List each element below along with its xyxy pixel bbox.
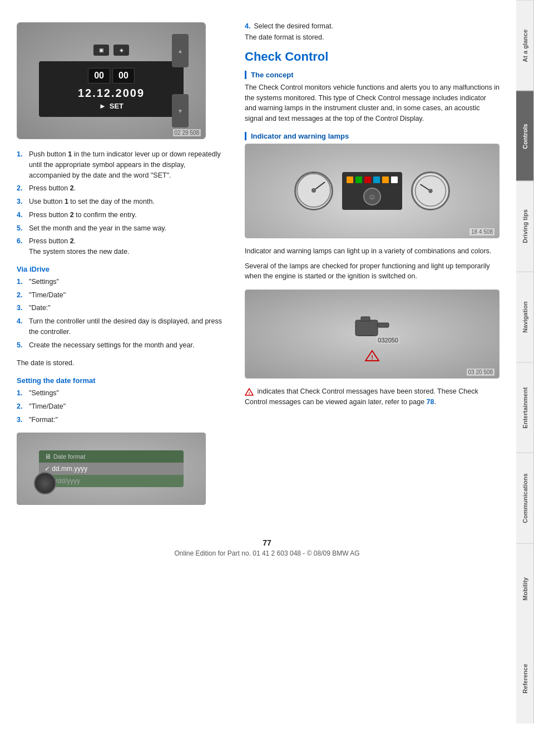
via-step-2: 2. "Time/Date" <box>17 290 228 301</box>
date-format-title: 🖥 Date format <box>39 450 184 463</box>
warning-text: ! indicates that Check Control messages … <box>245 386 500 408</box>
date-stored-note: The date is stored. <box>17 358 228 369</box>
step-1: 1. Push button 1 in the turn indicator l… <box>17 149 228 180</box>
date-format-image: 🖥 Date format ✓ dd.mm.yyyy mm/dd/yyyy <box>17 433 206 505</box>
step-3: 3. Use button 1 to set the day of the mo… <box>17 197 228 207</box>
warning-image: 032050 ! 03 20 508 <box>245 289 500 379</box>
date-format-stored: The date format is stored. <box>245 32 500 43</box>
via-idrive-heading: Via iDrive <box>17 265 228 273</box>
date-format-heading: Setting the date format <box>17 376 228 385</box>
concept-text: The Check Control monitors vehicle funct… <box>245 82 500 124</box>
fmt-step-1: 1. "Settings" <box>17 388 228 399</box>
svg-rect-4 <box>355 320 378 336</box>
step-5: 5. Set the month and the year in the sam… <box>17 223 228 234</box>
check-control-title: Check Control <box>245 47 500 64</box>
step4-detail: Select the desired format. <box>254 22 333 30</box>
svg-point-3 <box>428 189 432 193</box>
sidebar-tab-mobility[interactable]: Mobility <box>516 543 534 634</box>
device-image: ▣ ◈ 00 00 12.12.2009 ► <box>17 22 206 139</box>
fmt-step-2: 2. "Time/Date" <box>17 401 228 412</box>
step-4: 4. Press button 2 to confirm the entry. <box>17 210 228 220</box>
concept-heading: The concept <box>251 71 500 79</box>
concept-section: The concept <box>245 71 500 79</box>
step-6: 6. Press button 2.The system stores the … <box>17 236 228 257</box>
sidebar-tab-navigation[interactable]: Navigation <box>516 272 534 362</box>
date-format-dd-mm: ✓ dd.mm.yyyy <box>39 463 184 475</box>
date-format-screen: 🖥 Date format ✓ dd.mm.yyyy mm/dd/yyyy <box>39 450 184 487</box>
left-column: ▣ ◈ 00 00 12.12.2009 ► <box>17 22 228 505</box>
sidebar-tab-at-a-glance[interactable]: At a glance <box>516 0 534 91</box>
photo-ref-warning: 03 20 508 <box>467 369 495 376</box>
via-step-4: 4. Turn the controller until the desired… <box>17 316 228 337</box>
warning-page-ref[interactable]: 78 <box>427 398 434 406</box>
right-column: 4. Select the desired format. The date f… <box>245 22 500 505</box>
sidebar-tab-communications[interactable]: Communications <box>516 453 534 543</box>
page-number: 77 <box>0 538 534 547</box>
sidebar-tab-driving-tips[interactable]: Driving tips <box>516 181 534 272</box>
photo-ref-device: 02 29 508 <box>173 129 201 136</box>
svg-rect-5 <box>378 323 389 327</box>
instrument-image: ☺ 18 4 508 <box>245 144 500 238</box>
via-idrive-steps: 1. "Settings" 2. "Time/Date" 3. "Date:" … <box>17 277 228 351</box>
steps-main: 1. Push button 1 in the turn indicator l… <box>17 149 228 257</box>
sidebar-tab-entertainment[interactable]: Entertainment <box>516 362 534 453</box>
idrive-screen: 00 00 12.12.2009 ► SET <box>39 61 184 117</box>
photo-ref-instrument: 18 4 508 <box>469 228 495 235</box>
tachometer-gauge <box>411 171 450 210</box>
indicator-heading: Indicator and warning lamps <box>251 132 500 140</box>
step-2: 2. Press button 2. <box>17 183 228 194</box>
sidebar-tab-controls[interactable]: Controls <box>516 91 534 181</box>
indicator-text1: Indicator and warning lamps can light up… <box>245 246 500 257</box>
svg-text:!: ! <box>249 391 250 396</box>
step4-num: 4. <box>245 22 250 30</box>
via-step-3: 3. "Date:" <box>17 303 228 313</box>
via-step-1: 1. "Settings" <box>17 277 228 287</box>
main-content: ▣ ◈ 00 00 12.12.2009 ► <box>0 0 516 527</box>
date-format-mm-dd: mm/dd/yyyy <box>39 475 184 487</box>
edition-text: Online Edition for Part no. 01 41 2 603 … <box>174 549 359 557</box>
indicator-text2: Several of the lamps are checked for pro… <box>245 261 500 282</box>
svg-rect-6 <box>361 317 370 321</box>
indicator-section: Indicator and warning lamps <box>245 132 500 140</box>
sidebar-tabs: At a glance Controls Driving tips Naviga… <box>516 0 534 724</box>
step4-row: 4. Select the desired format. <box>245 22 500 30</box>
warning-message: indicates that Check Control messages ha… <box>245 387 478 406</box>
svg-point-1 <box>312 188 316 193</box>
sidebar-tab-reference[interactable]: Reference <box>516 634 534 724</box>
svg-text:!: ! <box>371 354 373 361</box>
fmt-step-3: 3. "Format:" <box>17 415 228 425</box>
date-format-steps: 1. "Settings" 2. "Time/Date" 3. "Format:… <box>17 388 228 425</box>
speedometer-gauge <box>294 171 333 210</box>
page-footer: 77 Online Edition for Part no. 01 41 2 6… <box>0 538 534 568</box>
via-step-5: 5. Create the necessary settings for the… <box>17 340 228 351</box>
